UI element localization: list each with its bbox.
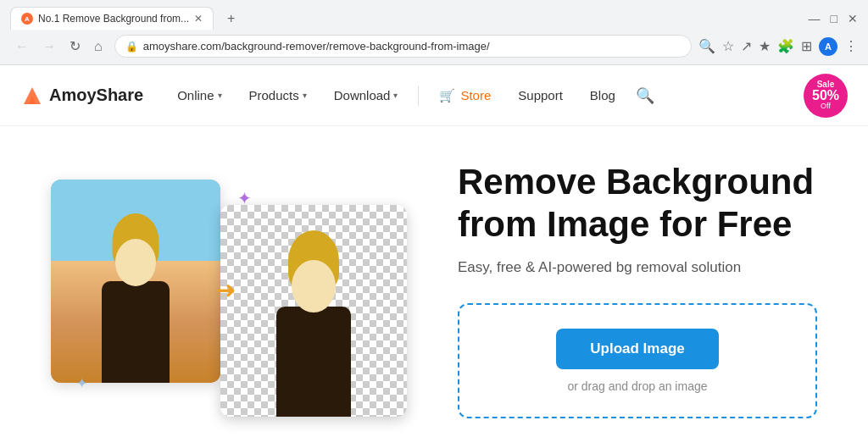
sale-badge[interactable]: Sale 50% Off <box>804 74 848 118</box>
nav-divider <box>418 86 419 106</box>
profile-avatar[interactable]: A <box>819 37 837 56</box>
tab-search-icon[interactable]: ⊞ <box>801 38 812 54</box>
after-image <box>220 205 407 417</box>
nav-support[interactable]: Support <box>504 81 576 109</box>
hero-section: ➜ ✦ ✦ Remove Background from Image for F… <box>0 126 868 437</box>
nav-buttons: ← → ↻ ⌂ <box>10 35 108 58</box>
nav-download-label: Download <box>334 88 391 102</box>
demo-area: ➜ ✦ ✦ <box>51 163 407 417</box>
star-icon[interactable]: ★ <box>759 38 771 54</box>
download-chevron-icon: ▾ <box>393 91 398 100</box>
title-bar: A No.1 Remove Background from... ✕ + — □… <box>0 0 868 30</box>
menu-icon[interactable]: ⋮ <box>844 38 858 54</box>
tab-favicon: A <box>21 13 33 25</box>
url-text: amoyshare.com/background-remover/remove-… <box>143 40 681 53</box>
tab-close-button[interactable]: ✕ <box>194 13 203 25</box>
upload-image-button[interactable]: Upload Image <box>556 329 718 369</box>
address-bar: ← → ↻ ⌂ 🔒 amoyshare.com/background-remov… <box>0 30 868 64</box>
products-chevron-icon: ▾ <box>303 91 307 100</box>
store-cart-icon: 🛒 <box>439 88 455 103</box>
nav-download[interactable]: Download ▾ <box>320 81 412 109</box>
nav-blog[interactable]: Blog <box>576 81 629 109</box>
nav-blog-label: Blog <box>590 88 615 102</box>
bookmark-icon[interactable]: ☆ <box>722 38 734 54</box>
checker-background <box>220 205 407 417</box>
window-minimize-button[interactable]: — <box>809 12 821 25</box>
browser-chrome: A No.1 Remove Background from... ✕ + — □… <box>0 0 868 65</box>
upload-area[interactable]: Upload Image or drag and drop an image <box>458 303 817 418</box>
nav-store[interactable]: 🛒 Store <box>426 81 504 110</box>
active-tab[interactable]: A No.1 Remove Background from... ✕ <box>10 7 214 30</box>
nav-store-label: Store <box>460 88 491 102</box>
nav-products[interactable]: Products ▾ <box>236 81 320 109</box>
navbar: AmoyShare Online ▾ Products ▾ Download ▾… <box>0 65 868 126</box>
nav-products-label: Products <box>249 88 299 102</box>
nav-online-label: Online <box>177 88 214 102</box>
sparkle-blue-icon: ✦ <box>76 375 87 391</box>
url-bar[interactable]: 🔒 amoyshare.com/background-remover/remov… <box>114 35 692 58</box>
search-icon[interactable]: 🔍 <box>698 38 715 54</box>
hero-text: Remove Background from Image for Free Ea… <box>458 161 817 419</box>
nav-menu: Online ▾ Products ▾ Download ▾ 🛒 Store S… <box>164 81 797 110</box>
drag-drop-text: or drag and drop an image <box>487 379 788 393</box>
refresh-button[interactable]: ↻ <box>64 35 86 58</box>
search-button[interactable]: 🔍 <box>636 86 654 105</box>
window-maximize-button[interactable]: □ <box>831 12 837 25</box>
sale-percent-label: 50% <box>812 89 839 102</box>
window-controls: — □ ✕ <box>809 12 858 25</box>
window-close-button[interactable]: ✕ <box>848 12 858 25</box>
beach-background <box>51 180 220 383</box>
forward-button[interactable]: → <box>37 36 61 58</box>
ssl-lock-icon: 🔒 <box>125 41 138 53</box>
logo-icon <box>20 84 44 108</box>
hero-subtitle: Easy, free & AI-powered bg removal solut… <box>458 259 817 276</box>
logo[interactable]: AmoyShare <box>20 84 143 108</box>
sale-off-label: Off <box>821 102 831 110</box>
tab-title: No.1 Remove Background from... <box>38 13 189 25</box>
new-tab-button[interactable]: + <box>220 8 242 30</box>
online-chevron-icon: ▾ <box>218 91 222 100</box>
before-image <box>51 180 220 383</box>
hero-title: Remove Background from Image for Free <box>458 161 817 246</box>
website: AmoyShare Online ▾ Products ▾ Download ▾… <box>0 65 868 437</box>
home-button[interactable]: ⌂ <box>89 36 108 58</box>
nav-support-label: Support <box>518 88 563 102</box>
logo-text: AmoyShare <box>49 86 143 105</box>
back-button[interactable]: ← <box>10 36 34 58</box>
extensions-icon[interactable]: 🧩 <box>777 38 794 54</box>
arrow-right-icon: ➜ <box>216 276 236 304</box>
nav-online[interactable]: Online ▾ <box>164 81 235 109</box>
share-icon[interactable]: ↗ <box>741 38 752 54</box>
browser-icons: 🔍 ☆ ↗ ★ 🧩 ⊞ A ⋮ <box>698 37 858 56</box>
